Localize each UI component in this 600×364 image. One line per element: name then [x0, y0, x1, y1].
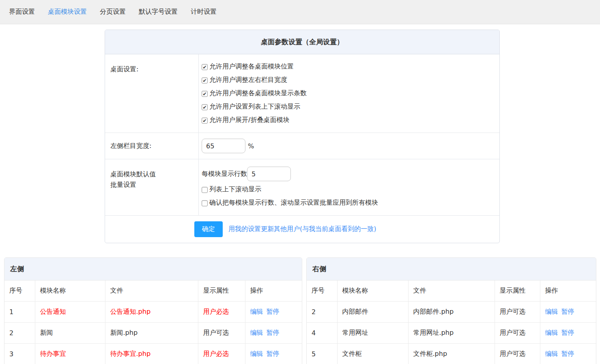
table-header-row: 序号 模块名称 文件 显示属性 操作	[307, 280, 596, 302]
checkbox-icon[interactable]	[202, 187, 208, 193]
tab-default-fontsize-settings[interactable]: 默认字号设置	[134, 8, 183, 16]
table-row: 3 待办事宜 待办事宜.php 用户必选 编辑暂停	[4, 344, 302, 364]
desktop-settings-label: 桌面设置:	[105, 54, 199, 133]
option-label: 允许用户设置列表上下滚动显示	[209, 103, 300, 111]
option-apply-to-all-modules[interactable]: 确认把每模块显示行数、滚动显示设置批量应用到所有模块	[202, 196, 495, 210]
option-expand-collapse[interactable]: 允许用户展开/折叠桌面模块	[202, 113, 495, 127]
update-other-users-link[interactable]: 用我的设置更新其他用户(与我当前桌面看到的一致)	[228, 225, 376, 233]
left-modules-table: 左侧 序号 模块名称 文件 显示属性 操作 1 公告通知 公告通知.php 用户…	[4, 257, 302, 364]
right-modules-table: 右侧 序号 模块名称 文件 显示属性 操作 2 内部邮件 内部邮件.php 用户…	[306, 257, 596, 364]
tab-timer-settings[interactable]: 计时设置	[186, 8, 222, 16]
cell-file: 待办事宜.php	[105, 344, 198, 364]
pause-link[interactable]: 暂停	[267, 350, 280, 358]
checkbox-icon[interactable]	[202, 104, 208, 110]
desktop-settings-options: 允许用户调整各桌面模块位置 允许用户调整左右栏目宽度 允许用户调整各桌面模块显示…	[199, 54, 499, 133]
col-header-file: 文件	[408, 280, 495, 302]
tab-interface-settings[interactable]: 界面设置	[4, 8, 40, 16]
cell-no: 1	[4, 302, 35, 323]
confirm-button[interactable]: 确定	[194, 221, 223, 237]
cell-file: 内部邮件.php	[408, 302, 495, 323]
checkbox-icon[interactable]	[202, 91, 208, 97]
panel-title: 桌面参数设置（全局设置）	[105, 30, 499, 54]
pause-link[interactable]: 暂停	[561, 329, 574, 336]
checkbox-icon[interactable]	[202, 64, 208, 70]
option-adjust-display-count[interactable]: 允许用户调整各桌面模块显示条数	[202, 87, 495, 100]
cell-display-attr: 用户可选	[495, 302, 540, 323]
cell-display-attr: 用户可选	[495, 323, 540, 344]
edit-link[interactable]: 编辑	[545, 308, 558, 315]
left-width-input[interactable]	[202, 139, 245, 153]
tab-pagination-settings[interactable]: 分页设置	[95, 8, 131, 16]
table-row: 5 文件柜 文件柜.php 用户可选 编辑暂停	[307, 344, 596, 364]
cell-operations: 编辑暂停	[245, 302, 302, 323]
col-header-no: 序号	[307, 280, 337, 302]
option-adjust-module-position[interactable]: 允许用户调整各桌面模块位置	[202, 60, 495, 73]
edit-link[interactable]: 编辑	[250, 329, 263, 336]
col-header-operations: 操作	[540, 280, 596, 302]
option-adjust-column-width[interactable]: 允许用户调整左右栏目宽度	[202, 73, 495, 87]
rows-per-module-label: 每模块显示行数	[202, 170, 247, 178]
pause-link[interactable]: 暂停	[561, 308, 574, 315]
table-header-row: 序号 模块名称 文件 显示属性 操作	[4, 280, 302, 302]
cell-module-name: 文件柜	[337, 344, 408, 364]
table-row: 1 公告通知 公告通知.php 用户必选 编辑暂停	[4, 302, 302, 323]
cell-module-name: 待办事宜	[35, 344, 105, 364]
edit-link[interactable]: 编辑	[250, 350, 263, 358]
option-label: 允许用户展开/折叠桌面模块	[209, 116, 289, 124]
cell-module-name: 新闻	[35, 323, 105, 344]
settings-tab-bar: 界面设置 桌面模块设置 分页设置 默认字号设置 计时设置	[0, 0, 600, 24]
col-header-operations: 操作	[245, 280, 302, 302]
option-list-scroll[interactable]: 允许用户设置列表上下滚动显示	[202, 100, 495, 113]
pause-link[interactable]: 暂停	[267, 308, 280, 315]
batch-label-line2: 批量设置	[110, 180, 194, 190]
tab-desktop-module-settings[interactable]: 桌面模块设置	[43, 8, 92, 16]
checkbox-icon[interactable]	[202, 200, 208, 206]
cell-display-attr: 用户可选	[495, 344, 540, 364]
option-label: 列表上下滚动显示	[209, 185, 261, 194]
cell-file: 文件柜.php	[408, 344, 495, 364]
cell-module-name: 公告通知	[35, 302, 105, 323]
cell-display-attr: 用户可选	[198, 323, 245, 344]
batch-settings-label: 桌面模块默认值 批量设置	[105, 159, 199, 215]
cell-file: 常用网址.php	[408, 323, 495, 344]
pause-link[interactable]: 暂停	[561, 350, 574, 358]
cell-file: 新闻.php	[105, 323, 198, 344]
edit-link[interactable]: 编辑	[545, 350, 558, 358]
cell-no: 3	[4, 344, 35, 364]
left-width-label: 左侧栏目宽度:	[105, 133, 199, 159]
rows-per-module-input[interactable]	[247, 167, 291, 181]
cell-operations: 编辑暂停	[245, 323, 302, 344]
option-label: 允许用户调整左右栏目宽度	[209, 76, 287, 84]
row-desktop-settings: 桌面设置: 允许用户调整各桌面模块位置 允许用户调整左右栏目宽度 允许用户调整各…	[105, 54, 499, 133]
col-header-file: 文件	[105, 280, 198, 302]
col-header-module-name: 模块名称	[35, 280, 105, 302]
row-left-column-width: 左侧栏目宽度: %	[105, 133, 499, 159]
desktop-params-panel: 桌面参数设置（全局设置） 桌面设置: 允许用户调整各桌面模块位置 允许用户调整左…	[105, 30, 500, 243]
edit-link[interactable]: 编辑	[545, 329, 558, 336]
percent-unit: %	[248, 142, 254, 150]
col-header-no: 序号	[4, 280, 35, 302]
cell-display-attr: 用户必选	[198, 344, 245, 364]
table-row: 2 新闻 新闻.php 用户可选 编辑暂停	[4, 323, 302, 344]
right-table-title: 右侧	[307, 258, 596, 280]
row-actions: 确定 用我的设置更新其他用户(与我当前桌面看到的一致)	[105, 216, 499, 243]
option-batch-list-scroll[interactable]: 列表上下滚动显示	[202, 183, 495, 196]
table-row: 4 常用网址 常用网址.php 用户可选 编辑暂停	[307, 323, 596, 344]
cell-no: 4	[307, 323, 337, 344]
cell-no: 2	[307, 302, 337, 323]
cell-operations: 编辑暂停	[540, 344, 596, 364]
col-header-display-attr: 显示属性	[198, 280, 245, 302]
pause-link[interactable]: 暂停	[267, 329, 280, 336]
cell-no: 2	[4, 323, 35, 344]
cell-file: 公告通知.php	[105, 302, 198, 323]
edit-link[interactable]: 编辑	[250, 308, 263, 315]
table-row: 2 内部邮件 内部邮件.php 用户可选 编辑暂停	[307, 302, 596, 323]
cell-operations: 编辑暂停	[540, 323, 596, 344]
col-header-module-name: 模块名称	[337, 280, 408, 302]
checkbox-icon[interactable]	[202, 77, 208, 84]
cell-module-name: 常用网址	[337, 323, 408, 344]
cell-no: 5	[307, 344, 337, 364]
checkbox-icon[interactable]	[202, 118, 208, 124]
cell-module-name: 内部邮件	[337, 302, 408, 323]
option-label: 确认把每模块显示行数、滚动显示设置批量应用到所有模块	[209, 199, 378, 207]
